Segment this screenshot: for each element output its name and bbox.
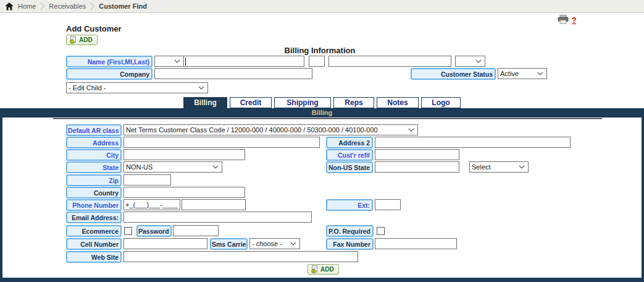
phone-number2-input[interactable] <box>182 199 246 210</box>
tab-shipping[interactable]: Shipping <box>274 97 331 108</box>
customer-find-page: Home Receivables Customer Find ? Add Cus… <box>0 0 644 282</box>
chevron-down-icon <box>174 59 180 63</box>
web-site-input[interactable] <box>123 251 358 262</box>
non-us-state-select-value: Select <box>472 163 491 171</box>
first-name-input[interactable] <box>183 56 304 67</box>
sms-carrier-value: - choose - <box>252 240 282 247</box>
email-address-label: Email Address: <box>66 212 122 223</box>
state-value: NON-US <box>126 163 153 171</box>
chevron-down-icon <box>537 72 543 75</box>
add-button-bottom[interactable]: ADD <box>307 264 339 275</box>
fax-number-label: Fax Number <box>326 238 374 250</box>
default-ar-class-value: Net Terms Customer Class Code / 12000-00… <box>126 126 378 134</box>
add-button-label: ADD <box>320 266 334 273</box>
cell-number-label: Cell Number <box>66 238 122 250</box>
chevron-down-icon <box>290 242 296 246</box>
printer-icon[interactable] <box>558 15 569 24</box>
phone-number-label: Phone Number <box>66 199 122 211</box>
billing-information-title: Billing Information <box>0 46 640 55</box>
chevron-down-icon <box>198 86 204 90</box>
city-label: City <box>66 149 122 161</box>
address2-input[interactable] <box>375 137 571 148</box>
non-us-state-label: Non-US State <box>326 161 373 173</box>
zip-label: Zip <box>66 174 122 186</box>
web-site-label: Web Site <box>66 251 122 263</box>
chevron-down-icon <box>212 165 219 169</box>
customer-ref-input[interactable] <box>375 149 459 160</box>
text-cursor <box>185 58 186 66</box>
add-button-top[interactable]: ADD <box>66 35 98 45</box>
country-input[interactable] <box>123 187 245 198</box>
customer-status-label: Customer Status <box>411 68 496 80</box>
chevron-down-icon <box>519 165 525 169</box>
email-address-input[interactable] <box>123 212 312 223</box>
edit-child-select[interactable]: - Edit Child - <box>66 82 208 93</box>
breadcrumb-receivables[interactable]: Receivables <box>49 2 86 10</box>
breadcrumb-current-page: Customer Find <box>99 2 147 10</box>
edit-child-value: - Edit Child - <box>69 84 106 92</box>
chevron-down-icon <box>475 59 482 63</box>
name-label: Name (First,MI,Last) <box>66 56 153 67</box>
address2-label: Address 2 <box>326 137 373 148</box>
customer-status-select[interactable]: Active <box>498 68 547 79</box>
phone-number-input[interactable] <box>123 199 180 210</box>
tab-reps[interactable]: Reps <box>333 97 374 108</box>
tab-logo[interactable]: Logo <box>421 97 461 108</box>
address-label: Address <box>66 137 122 148</box>
add-button-label: ADD <box>79 36 93 43</box>
ext-label: Ext: <box>326 199 373 211</box>
name-prefix-select[interactable] <box>154 56 184 67</box>
city-input[interactable] <box>123 149 245 160</box>
add-icon <box>311 265 318 273</box>
tab-notes[interactable]: Notes <box>377 97 419 108</box>
middle-initial-input[interactable] <box>309 56 325 67</box>
sms-carrier-select[interactable]: - choose - <box>249 238 300 249</box>
tab-bar: Billing Credit Shipping Reps Notes Logo <box>0 97 644 108</box>
non-us-state-input[interactable] <box>375 161 459 173</box>
tab-credit[interactable]: Credit <box>230 97 272 108</box>
name-suffix-select[interactable] <box>455 56 485 67</box>
chevron-right-icon <box>90 2 94 11</box>
customer-status-value: Active <box>500 70 519 77</box>
po-required-label: P.O. Required <box>326 225 374 237</box>
page-title: Add Customer <box>66 24 122 33</box>
po-required-checkbox[interactable] <box>377 227 385 235</box>
company-label: Company <box>66 68 153 80</box>
state-label: State <box>66 161 122 173</box>
sms-carrier-label: Sms Carrier <box>210 238 248 250</box>
breadcrumb-home[interactable]: Home <box>18 2 36 10</box>
address-input[interactable] <box>123 137 320 148</box>
chevron-right-icon <box>40 2 44 11</box>
home-icon[interactable] <box>5 2 14 11</box>
divider <box>53 118 602 119</box>
default-ar-class-label: Default AR class <box>66 124 122 136</box>
fax-number-input[interactable] <box>375 238 457 249</box>
tab-billing[interactable]: Billing <box>183 97 227 108</box>
customer-ref-label: Cust'r ref# <box>326 149 373 161</box>
country-label: Country <box>66 187 122 199</box>
zip-input[interactable] <box>123 174 171 186</box>
last-name-input[interactable] <box>328 56 451 67</box>
password-input[interactable] <box>173 225 219 236</box>
ext-input[interactable] <box>375 199 401 210</box>
help-link[interactable]: ? <box>572 16 576 25</box>
password-label: Password <box>136 225 172 237</box>
chevron-down-icon <box>408 128 414 132</box>
default-ar-class-select[interactable]: Net Terms Customer Class Code / 12000-00… <box>123 124 418 135</box>
state-select[interactable]: NON-US <box>123 161 222 173</box>
ecommerce-label: Ecommerce <box>66 225 122 237</box>
add-icon <box>69 36 77 44</box>
cell-number-input[interactable] <box>123 238 207 249</box>
breadcrumb: Home Receivables Customer Find <box>0 0 644 13</box>
ecommerce-checkbox[interactable] <box>124 227 132 235</box>
company-input[interactable] <box>154 68 312 79</box>
billing-section-bar: Billing <box>0 108 644 118</box>
non-us-state-select[interactable]: Select <box>469 161 529 173</box>
